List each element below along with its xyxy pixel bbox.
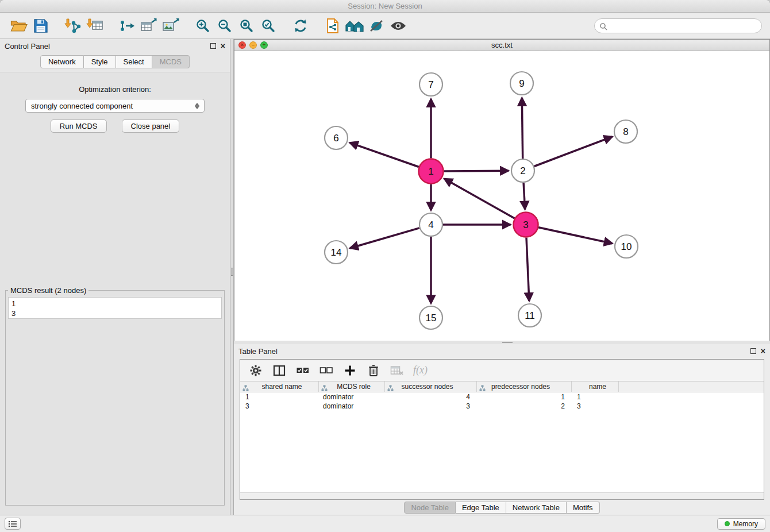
svg-text:3: 3: [523, 219, 528, 230]
graph-edge[interactable]: [523, 183, 525, 210]
table-row[interactable]: 1 dominator 4 1 1: [240, 392, 764, 402]
mcds-result-legend: MCDS result (2 nodes): [8, 286, 88, 295]
task-history-button[interactable]: [5, 518, 21, 530]
result-item[interactable]: 3: [11, 309, 221, 318]
minimize-network-icon[interactable]: –: [249, 41, 257, 49]
cell-mcds-role[interactable]: dominator: [319, 402, 385, 411]
apply-layout-button[interactable]: [290, 15, 311, 37]
float-panel-icon[interactable]: [210, 43, 216, 49]
search-input[interactable]: [594, 18, 762, 33]
close-table-panel-icon[interactable]: ×: [761, 348, 765, 354]
export-table-button[interactable]: [138, 15, 160, 37]
cell-predecessor-nodes[interactable]: 1: [477, 392, 572, 402]
export-image-button[interactable]: [160, 15, 182, 37]
graph-edge[interactable]: [444, 171, 509, 171]
graph-node[interactable]: 2: [511, 159, 534, 182]
graph-node[interactable]: 10: [615, 235, 638, 258]
delete-table-button-disabled[interactable]: [390, 363, 405, 378]
add-column-button[interactable]: [342, 363, 357, 378]
graph-edge[interactable]: [534, 137, 613, 167]
column-header-successor-nodes[interactable]: successor nodes: [385, 381, 477, 392]
graph-node-selected[interactable]: 3: [514, 213, 538, 237]
network-window-titlebar[interactable]: × – + scc.txt: [234, 40, 769, 51]
show-hide-button[interactable]: [387, 15, 409, 37]
table-settings-button[interactable]: [248, 363, 263, 378]
memory-button[interactable]: Memory: [717, 518, 765, 530]
save-session-button[interactable]: [30, 15, 52, 37]
cell-successor-nodes[interactable]: 4: [385, 392, 477, 402]
show-columns-button[interactable]: [272, 363, 287, 378]
cell-shared-name[interactable]: 1: [240, 392, 319, 402]
graph-node[interactable]: 6: [325, 126, 348, 149]
cell-name[interactable]: 1: [572, 392, 619, 402]
column-header-predecessor-nodes[interactable]: predecessor nodes: [477, 381, 572, 392]
tab-network[interactable]: Network: [40, 55, 84, 68]
export-network-button[interactable]: [116, 15, 138, 37]
graph-node[interactable]: 4: [419, 213, 442, 236]
graph-node[interactable]: 11: [518, 304, 541, 327]
fx-function-button[interactable]: f(x): [413, 364, 428, 376]
float-table-panel-icon[interactable]: [750, 348, 756, 354]
vertical-splitter[interactable]: [230, 39, 234, 515]
columns-icon: [273, 365, 286, 376]
column-header-name[interactable]: name: [572, 381, 619, 392]
horizontal-scrollbar[interactable]: [240, 492, 764, 499]
network-graph[interactable]: 7968124314101511: [234, 51, 768, 340]
network-window-title: scc.txt: [491, 41, 513, 49]
home-view-button[interactable]: [344, 15, 365, 37]
close-panel-icon[interactable]: ×: [221, 43, 225, 49]
zoom-selected-button[interactable]: [257, 15, 279, 37]
graph-node[interactable]: 14: [325, 241, 348, 264]
graph-node[interactable]: 9: [510, 72, 533, 95]
graph-edge[interactable]: [444, 179, 514, 218]
graph-edge[interactable]: [538, 228, 613, 244]
cell-successor-nodes[interactable]: 3: [385, 402, 477, 411]
graph-node[interactable]: 8: [614, 120, 637, 143]
tab-style[interactable]: Style: [84, 55, 116, 68]
graph-node[interactable]: 15: [419, 306, 442, 329]
run-mcds-button[interactable]: Run MCDS: [51, 119, 107, 133]
maximize-network-icon[interactable]: +: [260, 41, 268, 49]
import-network-button[interactable]: [62, 15, 84, 37]
close-panel-button[interactable]: Close panel: [122, 119, 180, 133]
close-network-icon[interactable]: ×: [238, 41, 246, 49]
cell-name[interactable]: 3: [572, 402, 619, 411]
horizontal-splitter[interactable]: [234, 341, 770, 344]
node-table: shared name MCDS role successor nodes: [240, 381, 764, 499]
deselect-all-button[interactable]: [319, 363, 334, 378]
import-table-icon: [86, 18, 103, 34]
zoom-in-icon: [195, 18, 210, 33]
tab-network-table[interactable]: Network Table: [506, 502, 567, 514]
column-header-mcds-role[interactable]: MCDS role: [319, 381, 385, 392]
graph-edge[interactable]: [526, 238, 529, 302]
zoom-out-button[interactable]: [214, 15, 236, 37]
graphics-details-button[interactable]: [365, 15, 387, 37]
tab-node-table[interactable]: Node Table: [404, 502, 456, 514]
cell-shared-name[interactable]: 3: [240, 402, 319, 411]
mcds-result-list[interactable]: 1 3: [8, 297, 222, 319]
tab-motifs[interactable]: Motifs: [567, 502, 600, 514]
graph-edge[interactable]: [522, 98, 522, 159]
tab-edge-table[interactable]: Edge Table: [456, 502, 506, 514]
open-session-button[interactable]: [8, 15, 30, 37]
cell-predecessor-nodes[interactable]: 2: [477, 402, 572, 411]
table-row[interactable]: 3 dominator 3 2 3: [240, 402, 764, 411]
column-header-shared-name[interactable]: shared name: [240, 381, 319, 392]
graph-edge[interactable]: [350, 228, 419, 248]
clone-network-button[interactable]: [322, 15, 344, 37]
tab-select[interactable]: Select: [116, 55, 152, 68]
zoom-in-button[interactable]: [192, 15, 214, 37]
result-item[interactable]: 1: [11, 299, 221, 309]
graph-node-selected[interactable]: 1: [419, 159, 444, 184]
graph-edge[interactable]: [350, 142, 419, 167]
window-titlebar[interactable]: Session: New Session: [0, 0, 770, 13]
cell-mcds-role[interactable]: dominator: [319, 392, 385, 402]
select-all-button[interactable]: [295, 363, 310, 378]
network-canvas[interactable]: 7968124314101511: [234, 51, 769, 342]
zoom-fit-button[interactable]: [236, 15, 257, 37]
optimization-select[interactable]: strongly connected component: [25, 99, 205, 113]
tab-mcds[interactable]: MCDS: [152, 55, 190, 68]
graph-node[interactable]: 7: [419, 73, 442, 96]
import-table-button[interactable]: [84, 15, 106, 37]
delete-column-button[interactable]: [366, 363, 381, 378]
